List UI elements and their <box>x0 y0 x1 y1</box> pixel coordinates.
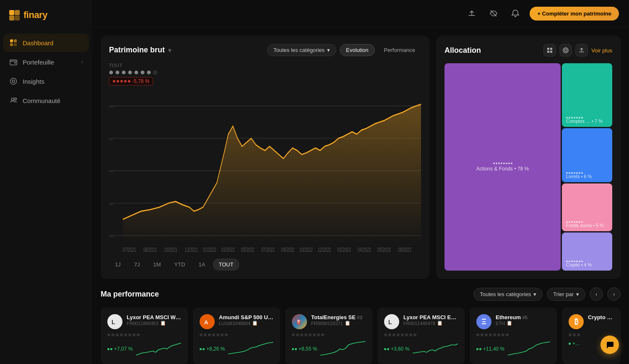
card-3-id: FR0000120271 📋 <box>311 320 366 326</box>
perf-sort-button[interactable]: Trier par ▾ <box>547 288 585 301</box>
evolution-button[interactable]: Evolution <box>340 44 374 56</box>
voir-plus-button[interactable]: Voir plus <box>591 47 612 54</box>
sidebar-item-dashboard[interactable]: Dashboard <box>3 34 89 52</box>
series-dot-6 <box>140 70 145 75</box>
period-tout-button[interactable]: TOUT <box>213 258 239 271</box>
allocation-title: Allocation <box>444 46 481 55</box>
svg-rect-5 <box>14 39 17 42</box>
chat-button[interactable] <box>600 336 619 354</box>
svg-text:····: ···· <box>109 232 114 240</box>
dashboard-icon <box>9 39 18 47</box>
perf-category-filter-button[interactable]: Toutes les catégories ▾ <box>473 288 543 301</box>
perf-card-2[interactable]: A Amundi S&P 500 U... #2 LU1681048804 📋 <box>193 307 280 364</box>
series-dot-4 <box>128 70 132 75</box>
upload-icon[interactable] <box>464 6 479 21</box>
performance-button[interactable]: Performance <box>378 44 421 56</box>
card-5-logo: Ξ <box>476 314 491 329</box>
treemap-cell-crypto[interactable]: Crypto • 4 % <box>562 232 612 271</box>
svg-text:····: ···· <box>109 102 114 111</box>
chart-title: Patrimoine brut ▾ <box>109 46 171 54</box>
card-3-rank: #3 <box>357 315 362 320</box>
sidebar-item-communaute[interactable]: Communauté <box>3 91 89 110</box>
svg-point-10 <box>10 78 17 85</box>
card-5-header: Ξ Ethereum #5 ETH 📋 <box>476 314 550 329</box>
svg-text:····: ···· <box>109 167 114 176</box>
treemap-main-label: Actions & Fonds • 78 % <box>476 166 529 172</box>
perf-filter-label: Toutes les catégories <box>480 291 531 297</box>
perf-dot-3 <box>120 80 123 83</box>
sidebar-item-insights[interactable]: Insights <box>3 72 89 90</box>
card-4-perf: +3,60 % <box>384 346 409 352</box>
card-5-dots <box>476 333 550 336</box>
svg-rect-4 <box>10 39 13 42</box>
grid-view-button[interactable] <box>543 44 556 57</box>
card-2-bottom: +8,26 % <box>200 341 273 357</box>
card-6-name: Crypto 48 #6 <box>588 314 614 320</box>
period-1m-button[interactable]: 1M <box>147 258 166 271</box>
livrets-text: Livrets • 6 % <box>566 174 592 179</box>
perf-card-4[interactable]: L Lyxor PEA MSCI Em... #4 FR0011440478 📋 <box>377 307 465 364</box>
chart-title-dropdown-icon[interactable]: ▾ <box>168 47 171 54</box>
export-button[interactable] <box>575 44 588 57</box>
crypto-label: Crypto • 4 % <box>566 262 592 267</box>
treemap-cell-livrets[interactable]: Livrets • 6 % <box>562 128 612 182</box>
performance-header: Ma performance Toutes les catégories ▾ T… <box>101 287 621 301</box>
card-1-dots <box>107 333 181 336</box>
svg-point-44 <box>563 48 568 53</box>
svg-point-12 <box>11 98 14 101</box>
livrets-label: Livrets • 6 % <box>566 174 592 179</box>
perf-card-5[interactable]: Ξ Ethereum #5 ETH 📋 +11,40 % <box>470 307 557 364</box>
period-1j-button[interactable]: 1J <box>109 258 127 271</box>
fonds-euros-text: Fonds euros • 5 % <box>566 223 604 228</box>
category-filter-button[interactable]: Toutes les catégories ▾ <box>267 44 336 56</box>
perf-dots <box>113 80 130 83</box>
logo: finary <box>0 0 92 34</box>
perf-card-3[interactable]: ⛽ TotalEnergies SE #3 FR0000120271 📋 <box>285 307 372 364</box>
time-period-selector: 1J 7J 1M YTD 1A TOUT <box>109 258 421 271</box>
card-1-name: Lyxor PEA MSCI Wor... #1 <box>127 314 181 320</box>
fonds-euros-label: Fonds euros • 5 % <box>566 223 604 228</box>
card-5-id: ETH 📋 <box>496 320 550 326</box>
performance-controls: Toutes les catégories ▾ Trier par ▾ ‹ › <box>473 287 621 301</box>
svg-text:08/2023: 08/2023 <box>398 246 411 252</box>
svg-rect-40 <box>547 48 549 50</box>
perf-prev-button[interactable]: ‹ <box>590 287 603 301</box>
perf-dot-4 <box>124 80 127 83</box>
treemap-cell-actions-fonds[interactable]: Actions & Fonds • 78 % <box>444 63 561 271</box>
card-6-perf: +... <box>569 341 580 346</box>
card-5-mini-chart <box>508 341 550 357</box>
card-2-id: LU1681048804 📋 <box>219 320 273 326</box>
perf-next-button[interactable]: › <box>607 287 621 301</box>
comptes-label: Comptes … • 7 % <box>566 119 603 124</box>
svg-rect-7 <box>14 43 17 46</box>
sidebar-item-portefeuille[interactable]: Portefeuille › <box>3 53 89 71</box>
treemap: Actions & Fonds • 78 % Comptes … • 7 % <box>444 63 612 271</box>
period-1a-button[interactable]: 1A <box>193 258 211 271</box>
chart-series-dots <box>109 70 421 75</box>
portefeuille-icon <box>9 58 18 66</box>
sidebar-nav: Dashboard Portefeuille › Insights <box>0 34 92 110</box>
card-4-header: L Lyxor PEA MSCI Em... #4 FR0011440478 📋 <box>384 314 458 329</box>
chart-header: Patrimoine brut ▾ Toutes les catégories … <box>109 44 421 56</box>
treemap-cell-comptes[interactable]: Comptes … • 7 % <box>562 63 612 127</box>
card-2-perf: +8,26 % <box>200 346 225 352</box>
period-7j-button[interactable]: 7J <box>128 258 146 271</box>
perf-card-1[interactable]: L Lyxor PEA MSCI Wor... #1 FR0011869353 … <box>101 307 188 364</box>
period-ytd-button[interactable]: YTD <box>169 258 191 271</box>
card-2-mini-chart <box>228 341 273 357</box>
treemap-right-column: Comptes … • 7 % Livrets • 6 % <box>562 63 612 271</box>
treemap-main-dots <box>493 163 512 164</box>
svg-rect-3 <box>15 15 20 21</box>
svg-text:05/2023: 05/2023 <box>377 246 391 252</box>
svg-text:10/2022: 10/2022 <box>299 246 313 252</box>
complete-patrimoine-button[interactable]: + Compléter mon patrimoine <box>530 7 619 21</box>
sidebar-item-insights-label: Insights <box>23 78 44 85</box>
card-6-logo: ₿ <box>569 314 584 329</box>
eye-off-icon[interactable] <box>486 6 501 21</box>
chart-all-label: TOUT <box>109 63 421 68</box>
series-dot-1 <box>109 70 113 75</box>
bell-icon[interactable] <box>508 6 523 21</box>
donut-view-button[interactable] <box>559 44 572 57</box>
svg-text:A: A <box>204 319 208 325</box>
treemap-cell-fonds-euros[interactable]: Fonds euros • 5 % <box>562 183 612 231</box>
